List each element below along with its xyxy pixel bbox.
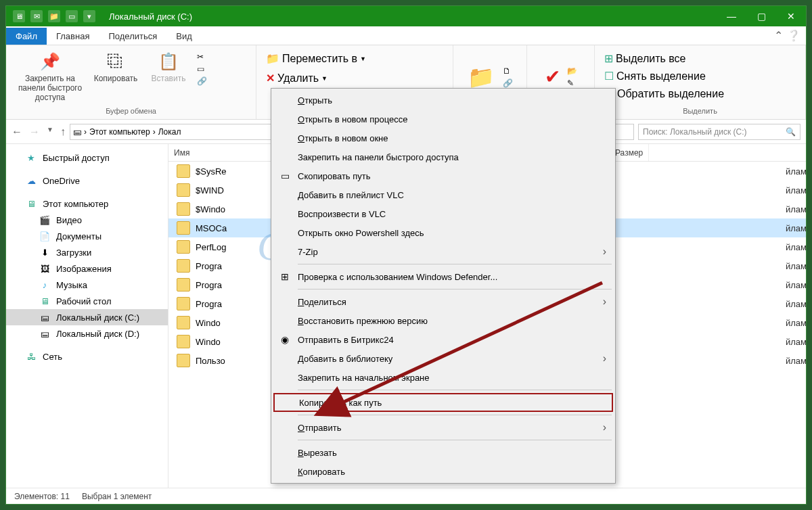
context-menu-item[interactable]: Вырезать bbox=[273, 443, 613, 462]
context-menu-item[interactable]: Копировать как путь bbox=[273, 393, 613, 412]
easy-access-icon[interactable]: 🔗 bbox=[503, 78, 513, 88]
submenu-arrow-icon: › bbox=[603, 296, 606, 308]
nav-drive-c[interactable]: 🖴Локальный диск (C:) bbox=[6, 309, 168, 325]
up-button[interactable]: ↑ bbox=[60, 126, 66, 138]
file-name: $Windo bbox=[196, 204, 225, 214]
context-menu-item[interactable]: 7-Zip› bbox=[273, 242, 613, 261]
file-type: йлами bbox=[786, 223, 806, 233]
open-icon[interactable]: 📂 bbox=[567, 66, 577, 76]
new-folder-icon[interactable]: 📁 bbox=[468, 64, 495, 90]
paste-icon: 📋 bbox=[158, 51, 179, 72]
search-box[interactable]: Поиск: Локальный диск (C:) 🔍 bbox=[638, 124, 800, 140]
tab-home[interactable]: Главная bbox=[47, 28, 99, 45]
qat-icon-3[interactable]: ▭ bbox=[66, 10, 78, 22]
nav-onedrive[interactable]: ☁OneDrive bbox=[6, 172, 168, 189]
nav-pictures[interactable]: 🖼Изображения bbox=[6, 260, 168, 277]
select-all-button[interactable]: ⊞Выделить все bbox=[602, 51, 688, 66]
tab-file[interactable]: Файл bbox=[6, 28, 47, 45]
search-icon[interactable]: 🔍 bbox=[786, 127, 796, 137]
context-menu-item[interactable]: Открыть окно Powershell здесь bbox=[273, 223, 613, 242]
copy-icon: ⿻ bbox=[105, 51, 127, 72]
new-item-icon[interactable]: 🗋 bbox=[503, 66, 513, 76]
qat-icon-1[interactable]: ✉ bbox=[30, 10, 43, 22]
properties-icon[interactable]: ✔ bbox=[545, 66, 560, 88]
folder-icon bbox=[177, 335, 190, 348]
menu-item-label: Воспроизвести в VLC bbox=[298, 209, 386, 219]
menu-item-label: Вырезать bbox=[298, 448, 337, 458]
context-menu-item[interactable]: Добавить в плейлист VLC bbox=[273, 185, 613, 204]
forward-button[interactable]: → bbox=[29, 126, 40, 138]
context-menu-item[interactable]: Восстановить прежнюю версию bbox=[273, 311, 613, 330]
context-menu-item[interactable]: Открыть в новом окне bbox=[273, 129, 613, 147]
context-menu-item[interactable]: Добавить в библиотеку› bbox=[273, 349, 613, 368]
menu-item-icon: ⊞ bbox=[279, 271, 291, 283]
menu-item-icon: ▭ bbox=[279, 170, 291, 182]
invert-selection-button[interactable]: ◫Обратить выделение bbox=[602, 86, 727, 101]
close-button[interactable]: ✕ bbox=[776, 6, 806, 26]
pin-quick-access-button[interactable]: 📌 Закрепить на панели быстрого доступа bbox=[13, 48, 87, 105]
copy-path-icon[interactable]: ▭ bbox=[197, 64, 207, 74]
context-menu-item[interactable]: ⊞Проверка с использованием Windows Defen… bbox=[273, 267, 613, 286]
context-menu-item[interactable]: Закрепить на начальном экране bbox=[273, 368, 613, 387]
context-menu-item[interactable]: Отправить› bbox=[273, 418, 613, 437]
nav-downloads[interactable]: ⬇Загрузки bbox=[6, 244, 168, 260]
nav-network[interactable]: 🖧Сеть bbox=[6, 348, 168, 365]
menu-item-label: Копировать bbox=[298, 467, 345, 477]
nav-video[interactable]: 🎬Видео bbox=[6, 212, 168, 228]
select-none-button[interactable]: ☐Снять выделение bbox=[602, 68, 708, 84]
paste-button: 📋 Вставить bbox=[144, 48, 193, 86]
submenu-arrow-icon: › bbox=[603, 421, 606, 434]
nav-drive-d[interactable]: 🖴Локальный диск (D:) bbox=[6, 325, 168, 342]
pin-icon: 📌 bbox=[39, 51, 61, 72]
folder-icon bbox=[177, 164, 190, 178]
file-type: йлами bbox=[786, 204, 806, 214]
qat-dropdown[interactable]: ▾ bbox=[83, 10, 95, 22]
ribbon-collapse[interactable]: ⌃❔ bbox=[769, 26, 806, 45]
status-selected: Выбран 1 элемент bbox=[82, 492, 152, 501]
breadcrumb-pc[interactable]: Этот компьютер bbox=[89, 127, 150, 137]
history-icon[interactable]: ✎ bbox=[567, 78, 577, 88]
qat-icon-2[interactable]: 📁 bbox=[48, 10, 60, 22]
maximize-button[interactable]: ▢ bbox=[746, 6, 776, 26]
nav-desktop[interactable]: 🖥Рабочий стол bbox=[6, 293, 168, 309]
nav-quick-access[interactable]: ★Быстрый доступ bbox=[6, 149, 168, 166]
nav-this-pc[interactable]: 🖥Этот компьютер bbox=[6, 195, 168, 212]
cut-icon[interactable]: ✂ bbox=[197, 52, 207, 62]
context-menu-item[interactable]: Поделиться› bbox=[273, 292, 613, 311]
context-menu-item[interactable]: Закрепить на панели быстрого доступа bbox=[273, 147, 613, 166]
nav-documents[interactable]: 📄Документы bbox=[6, 228, 168, 244]
select-group-label: Выделить bbox=[602, 106, 798, 116]
context-menu[interactable]: ОткрытьОткрыть в новом процессеОткрыть в… bbox=[271, 88, 616, 484]
file-type: йлами bbox=[786, 185, 806, 195]
file-name: Windo bbox=[196, 337, 221, 347]
folder-icon bbox=[177, 316, 190, 329]
status-bar: Элементов: 11 Выбран 1 элемент bbox=[6, 488, 806, 504]
menu-item-label: Открыть в новом окне bbox=[298, 133, 388, 143]
menu-item-label: Закрепить на начальном экране bbox=[298, 373, 430, 383]
context-menu-item[interactable]: ▭Скопировать путь bbox=[273, 166, 613, 185]
file-name: Progra bbox=[196, 299, 222, 309]
title-bar[interactable]: 🖥 ✉ 📁 ▭ ▾ Локальный диск (C:) — ▢ ✕ bbox=[6, 6, 806, 26]
menu-item-label: Открыть окно Powershell здесь bbox=[298, 228, 424, 238]
navigation-pane[interactable]: ★Быстрый доступ ☁OneDrive 🖥Этот компьюте… bbox=[6, 144, 168, 488]
copy-button[interactable]: ⿻ Копировать bbox=[91, 48, 140, 86]
context-menu-item[interactable]: Открыть в новом процессе bbox=[273, 110, 613, 129]
breadcrumb-drive[interactable]: Локал bbox=[158, 127, 181, 137]
context-menu-item[interactable]: Воспроизвести в VLC bbox=[273, 204, 613, 223]
menu-item-label: Проверка с использованием Windows Defend… bbox=[298, 272, 497, 282]
context-menu-item[interactable]: Открыть bbox=[273, 91, 613, 110]
back-button[interactable]: ← bbox=[12, 126, 22, 138]
tab-view[interactable]: Вид bbox=[166, 28, 202, 45]
paste-shortcut-icon[interactable]: 🔗 bbox=[197, 76, 207, 86]
folder-icon bbox=[177, 221, 190, 235]
context-menu-item[interactable]: Копировать bbox=[273, 462, 613, 481]
move-to-button[interactable]: 📁Переместить в ▼ bbox=[263, 51, 369, 66]
tab-share[interactable]: Поделиться bbox=[99, 28, 166, 45]
context-menu-item[interactable]: ◉Отправить в Битрикс24 bbox=[273, 330, 613, 349]
minimize-button[interactable]: — bbox=[717, 6, 746, 26]
file-type: йлами bbox=[786, 337, 806, 347]
delete-button[interactable]: ✕Удалить ▼ bbox=[263, 70, 330, 86]
nav-music[interactable]: ♪Музыка bbox=[6, 277, 168, 293]
recent-dropdown[interactable]: ▼ bbox=[47, 126, 53, 138]
menu-item-label: Копировать как путь bbox=[299, 398, 382, 408]
